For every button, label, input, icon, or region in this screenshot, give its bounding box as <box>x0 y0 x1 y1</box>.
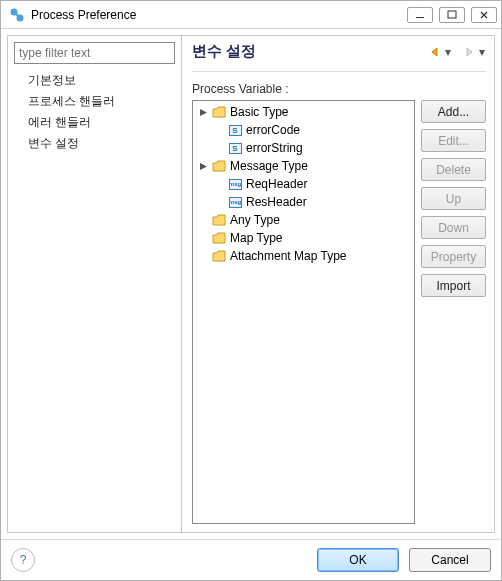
nav-item-error-handler[interactable]: 에러 핸들러 <box>14 112 175 133</box>
tree-label: ReqHeader <box>246 177 307 191</box>
tree-node-any-type[interactable]: Any Type <box>193 211 414 229</box>
folder-icon <box>211 231 227 245</box>
nav-item-variable-settings[interactable]: 변수 설정 <box>14 133 175 154</box>
button-column: Add... Edit... Delete Up Down Property I… <box>421 100 486 524</box>
tree-label: Map Type <box>230 231 282 245</box>
content-area: 기본정보 프로세스 핸들러 에러 핸들러 변수 설정 변수 설정 ▾ ▾ Pro… <box>1 29 501 539</box>
left-panel: 기본정보 프로세스 핸들러 에러 핸들러 변수 설정 <box>7 35 182 533</box>
ok-button[interactable]: OK <box>317 548 399 572</box>
back-button[interactable] <box>428 45 442 59</box>
filter-input[interactable] <box>14 42 175 64</box>
tree-label: errorCode <box>246 123 300 137</box>
up-button[interactable]: Up <box>421 187 486 210</box>
cancel-button[interactable]: Cancel <box>409 548 491 572</box>
tree-label: errorString <box>246 141 303 155</box>
expand-toggle-icon[interactable] <box>195 162 211 171</box>
tree-node-basic-type[interactable]: Basic Type <box>193 103 414 121</box>
tree-node-errorstring[interactable]: S errorString <box>193 139 414 157</box>
tree-node-reqheader[interactable]: msg ReqHeader <box>193 175 414 193</box>
tree-node-resheader[interactable]: msg ResHeader <box>193 193 414 211</box>
variable-tree[interactable]: Basic Type S errorCode S errorString Mes… <box>192 100 415 524</box>
edit-button[interactable]: Edit... <box>421 129 486 152</box>
minimize-button[interactable] <box>407 7 433 23</box>
back-menu[interactable]: ▾ <box>444 45 452 59</box>
folder-icon <box>211 213 227 227</box>
svg-text:?: ? <box>20 553 27 567</box>
nav-item-basic-info[interactable]: 기본정보 <box>14 70 175 91</box>
panel-header: 변수 설정 ▾ ▾ <box>192 36 486 72</box>
tree-label: Attachment Map Type <box>230 249 347 263</box>
variable-label: Process Variable : <box>192 82 486 96</box>
tree-node-map-type[interactable]: Map Type <box>193 229 414 247</box>
app-icon <box>9 7 25 23</box>
folder-icon <box>211 105 227 119</box>
nav-list: 기본정보 프로세스 핸들러 에러 핸들러 변수 설정 <box>8 70 181 532</box>
message-type-icon: msg <box>227 179 243 190</box>
add-button[interactable]: Add... <box>421 100 486 123</box>
folder-icon <box>211 159 227 173</box>
maximize-button[interactable] <box>439 7 465 23</box>
panel-heading: 변수 설정 <box>192 42 428 61</box>
svg-rect-2 <box>416 17 424 18</box>
string-type-icon: S <box>227 125 243 136</box>
window-title: Process Preference <box>29 8 407 22</box>
tree-label: ResHeader <box>246 195 307 209</box>
forward-menu[interactable]: ▾ <box>478 45 486 59</box>
tree-label: Basic Type <box>230 105 288 119</box>
property-button[interactable]: Property <box>421 245 486 268</box>
tree-node-errorcode[interactable]: S errorCode <box>193 121 414 139</box>
import-button[interactable]: Import <box>421 274 486 297</box>
expand-toggle-icon[interactable] <box>195 108 211 117</box>
svg-rect-3 <box>448 11 456 18</box>
nav-item-process-handler[interactable]: 프로세스 핸들러 <box>14 91 175 112</box>
footer: ? OK Cancel <box>1 539 501 580</box>
folder-icon <box>211 249 227 263</box>
tree-label: Message Type <box>230 159 308 173</box>
delete-button[interactable]: Delete <box>421 158 486 181</box>
message-type-icon: msg <box>227 197 243 208</box>
help-button[interactable]: ? <box>11 548 35 572</box>
tree-node-attachment-map-type[interactable]: Attachment Map Type <box>193 247 414 265</box>
forward-button <box>462 45 476 59</box>
tree-node-message-type[interactable]: Message Type <box>193 157 414 175</box>
title-bar: Process Preference <box>1 1 501 29</box>
right-panel: 변수 설정 ▾ ▾ Process Variable : Basic Type … <box>182 35 495 533</box>
close-button[interactable] <box>471 7 497 23</box>
down-button[interactable]: Down <box>421 216 486 239</box>
string-type-icon: S <box>227 143 243 154</box>
tree-label: Any Type <box>230 213 280 227</box>
